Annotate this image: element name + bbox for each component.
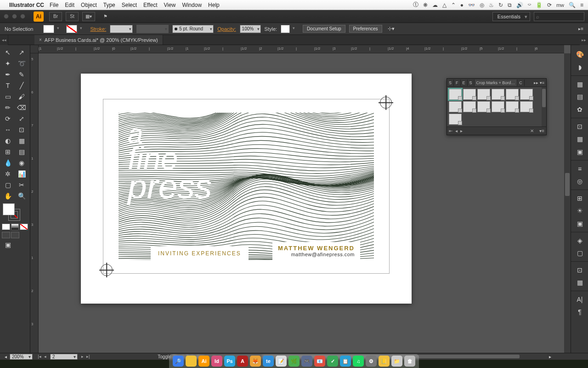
symbol-sprayer-tool[interactable]: ✲ [1,168,15,179]
color-guide-panel-icon[interactable]: ◗ [571,61,588,74]
menu-edit[interactable]: Edit [65,2,74,8]
color-panel-icon[interactable]: 🎨 [571,48,588,61]
ruler-origin[interactable] [30,45,39,53]
panel-tab[interactable]: F [454,80,461,86]
status-dropbox-icon[interactable]: ⌃ [451,2,456,8]
screen-mode-normal[interactable] [2,232,10,238]
panel-scrollbar[interactable] [542,87,546,126]
artboard-thumbnail[interactable] [520,89,533,100]
dock-app[interactable]: te [263,356,274,367]
color-mode-none[interactable] [20,224,28,230]
artboard-thumbnail[interactable] [449,89,462,100]
panel-next-icon[interactable]: ▸ [460,128,463,133]
document-tab[interactable]: × AFP Business Cards.ai* @ 200% (CMYK/Pr… [34,35,163,45]
artboards-panel-icon[interactable]: ▢ [571,247,588,259]
align-panel-icon[interactable]: ⊞ [571,190,588,204]
search-input[interactable]: ⌕ [534,12,584,21]
canvas-area[interactable]: |1|1/2||1/2|0|1/2||1/2|1|1/2||1/2|2|1/2|… [30,45,571,353]
panel-close-icon[interactable]: ✕ [530,128,534,133]
stock-button[interactable]: St [66,12,79,21]
selection-tool[interactable]: ↖ [1,47,15,58]
dock-app[interactable]: ✓ [327,356,338,367]
libraries-panel-icon[interactable]: ⊡ [571,261,588,276]
app-name[interactable]: Illustrator CC [9,2,44,8]
align-icon[interactable]: ⊹▾ [388,26,395,32]
gradient-panel-icon[interactable]: ▦ [571,132,588,145]
menu-file[interactable]: File [50,2,58,8]
fill-square[interactable] [3,203,15,215]
menu-object[interactable]: Object [81,2,97,8]
width-tool[interactable]: ↔ [1,124,15,135]
artboard-tool[interactable]: ▢ [1,179,15,190]
type-tool[interactable]: T [1,80,15,91]
document-setup-button[interactable]: Document Setup [303,25,345,33]
artboards-panel[interactable]: S F E S Crop Marks + Bord… C ▸▸ ▾≡ ⇤◂▸ ✕… [447,78,547,135]
variable-width-dropdown[interactable] [136,25,169,33]
character-panel-icon[interactable]: A| [571,291,588,305]
status-flame-icon[interactable]: ♨ [489,2,494,8]
blend-tool[interactable]: ◉ [15,157,28,168]
tab-collapse-left[interactable]: ◂◂ [0,35,8,45]
perspective-tool[interactable]: ▦ [15,135,28,146]
status-user[interactable]: mw [556,2,564,8]
panel-tab-active[interactable]: Crop Marks + Bord… [475,80,518,86]
menu-effect[interactable]: Effect [143,2,157,8]
shape-builder-tool[interactable]: ◐ [1,135,15,146]
status-evernote-icon[interactable]: ❋ [423,2,428,8]
artboard-thumbnail[interactable] [463,101,476,112]
artboard-thumbnail[interactable] [506,89,519,100]
stroke-weight-dropdown[interactable] [110,25,133,33]
panel-menu-icon[interactable]: ▾≡ [539,128,544,133]
magic-wand-tool[interactable]: ✦ [1,58,15,69]
artboard-thumbnail[interactable] [477,89,490,100]
rectangle-tool[interactable]: ▭ [1,91,15,102]
status-te-icon[interactable]: ⓣ [413,1,418,9]
column-graph-tool[interactable]: 📊 [15,168,28,179]
fill-swatch[interactable] [43,25,54,33]
status-battery-icon[interactable]: 🔋 [536,2,543,8]
gpu-preview-icon[interactable]: ⚑ [99,12,112,21]
panel-tab[interactable]: C [517,80,525,86]
status-hat-icon[interactable]: ● [460,2,464,8]
prev-artboard-icon[interactable]: ◂ [43,354,47,359]
opacity-label[interactable]: Opacity: [217,26,236,32]
actions-panel-icon[interactable]: ▦ [571,276,588,289]
arrange-documents-button[interactable]: ▦▾ [82,12,95,21]
status-circle-icon[interactable]: ◎ [480,2,484,8]
bridge-button[interactable]: Br [49,12,62,21]
vertical-ruler[interactable]: 567123123 [30,53,39,353]
status-glasses-icon[interactable]: 👓 [468,2,475,8]
panel-tab[interactable]: S [468,80,475,86]
transform-panel-icon[interactable]: ☀ [571,204,588,217]
color-mode-solid[interactable] [2,224,10,230]
line-tool[interactable]: ╱ [15,80,28,91]
horizontal-scroll-right-icon[interactable]: ▸ [549,354,551,359]
next-artboard-icon[interactable]: ▸ [80,354,85,359]
status-displays-icon[interactable]: ⧉ [508,2,512,8]
vertical-scrollbar[interactable] [564,53,571,353]
panel-options-icon[interactable]: ▸▸ ▾≡ [532,80,546,85]
gradient-tool[interactable]: ▤ [15,146,28,157]
window-controls[interactable] [4,14,25,19]
artboard-thumbnail[interactable] [506,101,519,112]
status-drive-icon[interactable]: △ [442,2,447,8]
menu-window[interactable]: Window [182,2,202,8]
dock-app[interactable]: Id [211,356,222,367]
mesh-tool[interactable]: ⊞ [1,146,15,157]
status-cloud-icon[interactable]: ☁ [432,2,438,8]
stroke-swatch[interactable] [66,25,77,33]
fill-stroke-control[interactable] [2,202,28,222]
rotate-tool[interactable]: ⟳ [1,113,15,124]
artboard-thumbnail[interactable] [449,101,462,112]
dock-app[interactable]: 🔎 [173,356,184,367]
swatches-panel-icon[interactable]: ▦ [571,75,588,90]
paintbrush-tool[interactable]: 🖌 [15,91,28,102]
symbols-panel-icon[interactable]: ✿ [571,103,588,116]
menu-select[interactable]: Select [122,2,137,8]
status-timemachine-icon[interactable]: ↻ [498,2,503,8]
artboard-number-dropdown[interactable]: 2 [50,354,78,360]
direct-selection-tool[interactable]: ↗ [15,47,28,58]
transparency-panel-icon[interactable]: ▣ [571,145,588,158]
change-screen-mode[interactable]: ▣ [1,239,15,250]
dock-app[interactable]: 🌿 [288,356,300,367]
